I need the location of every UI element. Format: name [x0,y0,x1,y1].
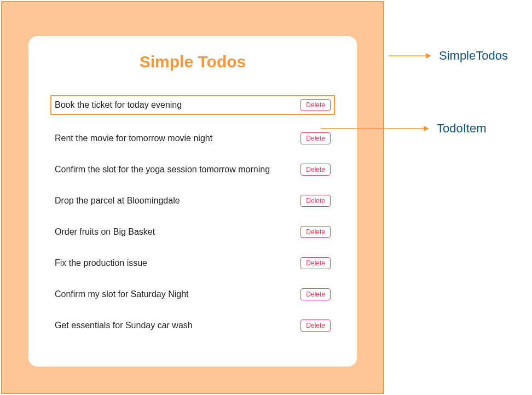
delete-button[interactable]: Delete [300,257,331,269]
delete-button[interactable]: Delete [300,195,331,207]
arrow-right-icon [389,52,432,60]
delete-button[interactable]: Delete [300,320,331,332]
svg-marker-1 [426,53,431,59]
todo-text: Fix the production issue [55,258,147,268]
todo-item: Fix the production issueDelete [55,255,331,271]
delete-button[interactable]: Delete [300,288,331,300]
annotation-todoitem: TodoItem [321,121,487,136]
todo-text: Confirm the slot for the yoga session to… [55,165,270,175]
arrow-right-icon [321,125,430,132]
delete-button[interactable]: Delete [300,226,331,238]
todos-card: Simple Todos Book the ticket for today e… [28,36,357,367]
todo-text: Drop the parcel at Bloomingdale [55,196,180,206]
app-outer-frame: Simple Todos Book the ticket for today e… [1,1,384,394]
todo-item: Rent the movie for tomorrow movie nightD… [55,131,331,146]
annotation-simpletodos: SimpleTodos [389,49,508,63]
todo-item: Drop the parcel at BloomingdaleDelete [55,193,331,208]
todo-item: Confirm the slot for the yoga session to… [55,162,331,177]
delete-button[interactable]: Delete [300,99,331,111]
todo-item: Book the ticket for today eveningDelete [50,95,335,115]
annotation-label: TodoItem [437,121,487,136]
svg-marker-3 [424,126,429,131]
page-title: Simple Todos [55,53,331,71]
todo-item: Order fruits on Big BasketDelete [55,224,331,240]
todo-text: Get essentials for Sunday car wash [55,321,193,330]
todo-item: Confirm my slot for Saturday NightDelete [55,287,331,302]
delete-button[interactable]: Delete [300,164,331,176]
annotation-label: SimpleTodos [439,49,508,63]
todo-text: Confirm my slot for Saturday Night [55,289,189,299]
todo-list: Book the ticket for today eveningDeleteR… [55,95,331,333]
todo-text: Order fruits on Big Basket [55,227,155,237]
todo-text: Rent the movie for tomorrow movie night [55,133,212,143]
todo-item: Get essentials for Sunday car washDelete [55,318,331,333]
todo-text: Book the ticket for today evening [55,100,182,110]
